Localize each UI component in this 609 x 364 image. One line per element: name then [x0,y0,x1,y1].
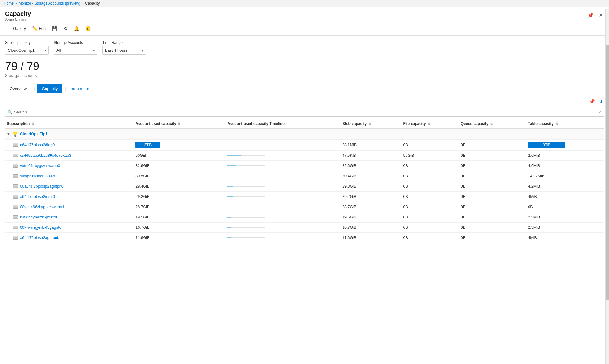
learn-more-link[interactable]: Learn more [69,86,89,91]
storage-account-link[interactable]: a64sl75plosp2diag0 [20,143,55,147]
storage-account-link[interactable]: 00a64sl75plosp2agntpri0 [20,184,64,189]
cell-subscription: cs4692aea0b2d89x4e7exae3 [5,151,134,161]
storage-account-link[interactable]: 00kwwjhgymlxd5gagnt0 [20,225,61,230]
breadcrumb-home[interactable]: Home [4,1,14,6]
timeline-bar [227,235,339,241]
group-name: ▼ 💡 CloudOps Tip1 [7,131,602,137]
cell-file-capacity: 0B [402,192,459,202]
cell-timeline [226,181,340,192]
cell-file-capacity: 0B [402,161,459,171]
cell-queue-capacity: 0B [459,233,526,243]
storage-accounts-filter: Storage Accounts All [54,41,97,55]
timeline-fill [227,237,231,238]
cell-account-capacity: 11.6GiB [134,233,226,243]
cell-subscription: a64sl75plosp2mstr0 [5,192,134,202]
cell-subscription: 00kwwjhgymlxd5gagnt0 [5,223,134,233]
cell-file-capacity: 0B [402,223,459,233]
count-label: Storage accounts [5,73,604,78]
edit-icon: ✏️ [32,26,37,31]
cell-table-capacity: 0B [526,202,604,212]
timeline-fill [227,196,233,197]
breadcrumb-monitor[interactable]: Monitor - Storage Accounts (preview) [19,1,80,6]
timeline-track [227,176,265,176]
alerts-button[interactable]: 🔔 [71,25,82,32]
cell-file-capacity: 50GiB [402,151,459,161]
row-name: 00ybtm66zbygrzeswarm1 [7,205,132,209]
pin-table-button[interactable]: 📌 [588,98,596,105]
tab-overview[interactable]: Overview [5,84,31,93]
sort-icon-subscription[interactable]: ⇅ [32,122,34,126]
breadcrumb-sep-2: › [82,2,83,5]
col-table-capacity: Table capacity ⇅ [526,119,604,129]
download-button[interactable]: ⬇ [599,98,604,105]
capacity-value: 11.6GiB [135,236,149,240]
row-name: ybtm66zbygrzeswarm0 [7,164,132,168]
save-button[interactable]: 💾 [50,25,60,32]
storage-account-link[interactable]: ybtm66zbygrzeswarm0 [20,164,60,168]
refresh-button[interactable]: ↻ [61,24,70,33]
search-input[interactable] [5,108,604,117]
sort-icon-account-capacity[interactable]: ⇅ [178,122,180,126]
storage-account-link[interactable]: a64sl75plosp2agntpub [20,236,59,240]
cell-account-capacity: 29.2GiB [134,192,226,202]
cell-blob-capacity: 47.5KiB [340,151,401,161]
cell-file-capacity: 0B [402,233,459,243]
cell-subscription: a64sl75plosp2agntpub [5,233,134,243]
cell-timeline [226,212,340,223]
edit-button[interactable]: ✏️ Edit [30,25,48,32]
col-queue-capacity: Queue capacity ⇅ [459,119,526,129]
cell-blob-capacity: 29.3GiB [340,181,401,192]
sort-icon-table-capacity[interactable]: ⇅ [555,122,558,126]
subscriptions-select-wrapper: CloudOps Tip1 [5,46,49,55]
storage-account-link[interactable]: a64sl75plosp2mstr0 [20,194,55,199]
storage-account-link[interactable]: cs4692aea0b2d89x4e7exae3 [20,153,71,158]
sort-icon-file-capacity[interactable]: ⇅ [427,122,430,126]
storage-account-icon [13,143,18,147]
cell-queue-capacity: 0B [459,151,526,161]
scrollable-table-area[interactable]: Subscription ⇅ Account used capacity ⇅ A… [5,119,604,243]
timeline-track [227,217,265,218]
time-range-select-wrapper: Last 4 hours Last 1 hour Last 12 hours L… [102,46,146,55]
panel-title-area: Capacity Azure Monitor [5,10,31,22]
time-range-select[interactable]: Last 4 hours Last 1 hour Last 12 hours L… [102,46,146,55]
row-name: a64sl75plosp2mstr0 [7,194,132,199]
cell-account-capacity: 32.6GiB [134,161,226,171]
cell-timeline [226,223,340,233]
row-name: a64sl75plosp2agntpub [7,236,132,240]
search-clear-button[interactable]: ✕ [598,110,602,114]
feedback-button[interactable]: 🙂 [83,25,93,32]
cell-account-capacity: 30.5GiB [134,171,226,181]
row-name: 00a64sl75plosp2agntpri0 [7,184,132,189]
sort-icon-blob-capacity[interactable]: ⇅ [368,122,371,126]
cell-file-capacity: 0B [402,171,459,181]
storage-account-link[interactable]: kwwjhgymlxd5gmstr0 [20,215,57,219]
close-button[interactable]: ✕ [597,12,604,19]
timeline-bar [227,153,339,158]
storage-accounts-select[interactable]: All [54,46,97,55]
cell-blob-capacity: 28.7GiB [340,202,401,212]
storage-account-link[interactable]: 00ybtm66zbygrzeswarm1 [20,205,64,209]
save-icon: 💾 [52,26,57,31]
table-capacity-value: 0B [528,205,533,209]
sort-icon-queue-capacity[interactable]: ⇅ [490,122,493,126]
cell-blob-capacity: 16.7GiB [340,223,401,233]
subscriptions-select[interactable]: CloudOps Tip1 [5,46,49,55]
cell-subscription: a64sl75plosp2diag0 [5,140,134,151]
scrollbar-thumb[interactable] [606,45,609,300]
timeline-fill [227,217,231,218]
count-display: 79 / 79 [5,61,604,72]
pin-button[interactable]: 📌 [587,12,595,19]
group-chevron-icon[interactable]: ▼ [7,132,10,136]
timeline-bar [227,173,339,179]
storage-account-link[interactable]: sflogsshicidemo3330 [20,174,56,178]
info-icon[interactable]: ℹ [29,41,30,46]
cell-table-capacity: 4.6MiB [526,161,604,171]
capacity-bar-highlight: 3TiB [135,142,160,148]
scrollbar-track[interactable] [605,9,609,362]
gallery-button[interactable]: ← Gallery [5,25,28,32]
cell-queue-capacity: 0B [459,181,526,192]
tab-capacity[interactable]: Capacity [37,84,63,93]
cell-subscription: ybtm66zbygrzeswarm0 [5,161,134,171]
cell-blob-capacity: 19.5GiB [340,212,401,223]
cell-file-capacity: 0B [402,212,459,223]
